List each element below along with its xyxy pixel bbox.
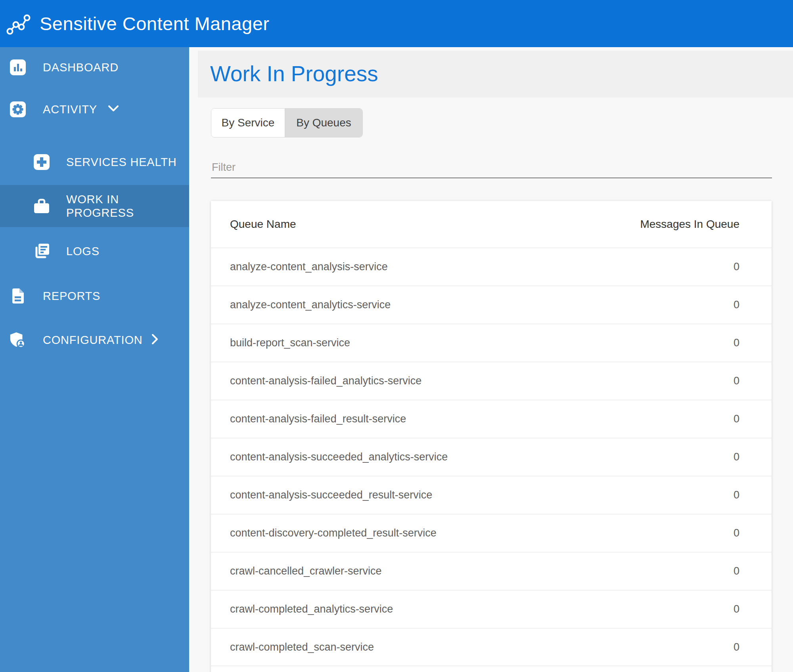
briefcase-icon [33,197,50,215]
messages-count-cell: 0 [734,413,739,425]
column-header-messages-in-queue: Messages In Queue [640,218,739,231]
queue-name-cell: analyze-content_analysis-service [230,261,388,273]
table-row: analyze-content_analytics-service 0 [211,286,772,324]
queue-name-cell: content-discovery-completed_result-servi… [230,527,437,539]
column-header-queue-name: Queue Name [230,218,296,231]
sidebar-item-logs[interactable]: LOGS [0,240,189,262]
sidebar-item-work-in-progress[interactable]: WORK IN PROGRESS [0,185,189,227]
messages-count-cell: 0 [734,603,739,615]
sidebar-item-activity[interactable]: ACTIVITY [0,98,189,120]
table-row: analyze-content_analysis-service 0 [211,248,772,286]
messages-count-cell: 0 [734,451,739,463]
sidebar-item-label: ACTIVITY [43,103,97,116]
sidebar-item-label: REPORTS [43,289,100,303]
table-row: build-report_scan-service 0 [211,324,772,362]
queues-table-card: Queue Name Messages In Queue analyze-con… [211,201,772,672]
page-title: Work In Progress [198,51,793,97]
sidebar-item-services-health[interactable]: SERVICES HEALTH [0,151,189,173]
queue-name-cell: crawl-completed_analytics-service [230,603,393,615]
table-header-row: Queue Name Messages In Queue [211,201,772,248]
messages-count-cell: 0 [734,299,739,311]
table-row: content-analysis-succeeded_analytics-ser… [211,438,772,476]
main-content: Work In Progress By Service By Queues Qu… [189,47,793,672]
messages-count-cell: 0 [734,337,739,349]
sidebar-item-configuration[interactable]: CONFIGURATION [0,329,189,351]
table-row: content-analysis-succeeded_result-servic… [211,476,772,514]
app-header: Sensitive Content Manager [0,0,793,47]
tab-by-service[interactable]: By Service [211,109,285,137]
bar-chart-icon [9,59,27,76]
filter-field-wrap [211,160,772,178]
report-file-icon [9,287,27,305]
sidebar-item-reports[interactable]: REPORTS [0,285,189,307]
health-cross-icon [33,153,50,171]
messages-count-cell: 0 [734,261,739,273]
messages-count-cell: 0 [734,527,739,539]
messages-count-cell: 0 [734,641,739,653]
sidebar-item-dashboard[interactable]: DASHBOARD [0,56,189,78]
sidebar-item-label: WORK IN PROGRESS [66,193,157,220]
table-row: crawl-completed_analytics-service 0 [211,590,772,628]
sidebar-item-label: DASHBOARD [43,61,119,74]
table-row: content-analysis-failed_result-service 0 [211,400,772,438]
messages-count-cell: 0 [734,375,739,387]
queue-name-cell: content-analysis-succeeded_result-servic… [230,489,432,501]
sidebar: DASHBOARD ACTIVITY [0,47,189,672]
sidebar-item-label: SERVICES HEALTH [66,155,176,169]
page-title-banner: Work In Progress [198,51,793,97]
sidebar-item-label: LOGS [66,244,100,258]
shield-user-icon [9,331,27,349]
table-row: content-discovery-completed_result-servi… [211,514,772,552]
app-title: Sensitive Content Manager [40,13,269,34]
tab-by-queues[interactable]: By Queues [285,109,362,137]
chevron-right-icon [152,334,158,346]
logs-pages-icon [33,242,50,260]
sidebar-item-label: CONFIGURATION [43,333,143,347]
app-logo-graph-nodes-icon [6,12,32,38]
queue-name-cell: content-analysis-succeeded_analytics-ser… [230,451,448,463]
messages-count-cell: 0 [734,489,739,501]
queue-name-cell: content-analysis-failed_analytics-servic… [230,375,421,387]
filter-input[interactable] [211,160,772,178]
queue-name-cell: analyze-content_analytics-service [230,299,391,311]
messages-count-cell: 0 [734,565,739,577]
table-row: crawl-cancelled_crawler-service 0 [211,552,772,590]
view-toggle-tabs: By Service By Queues [211,108,363,137]
queue-name-cell: build-report_scan-service [230,337,350,349]
table-body: analyze-content_analysis-service 0 analy… [211,248,772,666]
gear-icon [9,101,27,118]
chevron-down-icon [108,105,119,113]
app-window: Sensitive Content Manager DASHBOARD [0,0,793,672]
queue-name-cell: content-analysis-failed_result-service [230,413,406,425]
queue-name-cell: crawl-cancelled_crawler-service [230,565,382,577]
table-row: content-analysis-failed_analytics-servic… [211,362,772,400]
table-row: crawl-completed_scan-service 0 [211,628,772,666]
queue-name-cell: crawl-completed_scan-service [230,641,374,653]
